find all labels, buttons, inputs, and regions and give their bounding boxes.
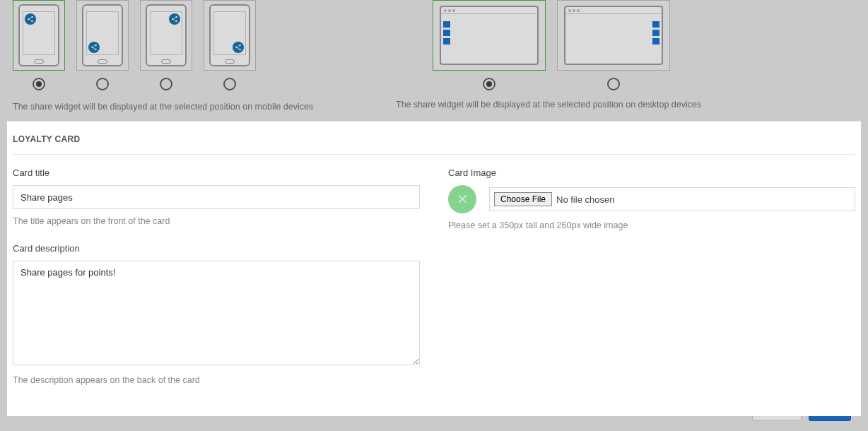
card-title-label: Card title bbox=[13, 167, 420, 178]
share-icon bbox=[25, 13, 36, 25]
share-icon bbox=[88, 42, 100, 53]
mobile-option-bottom-left[interactable] bbox=[76, 0, 129, 98]
desktop-position-options bbox=[433, 0, 670, 98]
svg-point-0 bbox=[31, 16, 33, 18]
section-title: LOYALTY CARD bbox=[13, 134, 855, 155]
svg-point-1 bbox=[28, 18, 30, 20]
svg-point-8 bbox=[175, 20, 177, 23]
file-status-text: No file chosen bbox=[556, 194, 614, 205]
desktop-position-hint: The share widget will be displayed at th… bbox=[396, 95, 868, 121]
svg-point-10 bbox=[235, 47, 237, 49]
mobile-position-options bbox=[13, 0, 256, 98]
share-icon bbox=[233, 42, 244, 53]
radio-selected[interactable] bbox=[483, 78, 495, 90]
svg-point-6 bbox=[175, 16, 177, 18]
radio[interactable] bbox=[607, 78, 620, 90]
card-image-hint: Please set a 350px tall and 260px wide i… bbox=[448, 220, 855, 230]
x-icon: ✕ bbox=[457, 192, 469, 206]
svg-point-5 bbox=[95, 49, 97, 51]
desktop-option-right[interactable] bbox=[557, 0, 670, 98]
mobile-option-top-right[interactable] bbox=[140, 0, 192, 98]
radio[interactable] bbox=[223, 78, 236, 90]
card-title-input[interactable] bbox=[13, 185, 420, 209]
card-image-label: Card Image bbox=[448, 167, 855, 178]
loyalty-card-panel: LOYALTY CARD Card title The title appear… bbox=[7, 121, 861, 416]
svg-point-3 bbox=[95, 45, 97, 47]
radio-selected[interactable] bbox=[33, 78, 45, 90]
radio[interactable] bbox=[160, 78, 172, 90]
svg-point-11 bbox=[239, 49, 241, 51]
card-image-preview: ✕ bbox=[448, 185, 476, 213]
share-icon bbox=[169, 13, 180, 25]
card-image-file-input[interactable]: Choose File No file chosen bbox=[489, 187, 855, 211]
share-position-section bbox=[0, 0, 868, 98]
mobile-option-bottom-right[interactable] bbox=[204, 0, 256, 98]
card-description-textarea[interactable] bbox=[13, 261, 420, 365]
card-title-hint: The title appears on the front of the ca… bbox=[13, 216, 420, 226]
svg-point-4 bbox=[91, 47, 93, 49]
svg-point-7 bbox=[172, 18, 174, 20]
mobile-option-top-left[interactable] bbox=[13, 0, 65, 98]
card-description-hint: The description appears on the back of t… bbox=[13, 375, 420, 385]
desktop-option-left[interactable] bbox=[433, 0, 546, 98]
svg-point-9 bbox=[239, 45, 241, 47]
card-description-label: Card description bbox=[13, 243, 420, 254]
svg-point-2 bbox=[31, 20, 33, 23]
choose-file-button[interactable]: Choose File bbox=[494, 192, 552, 206]
radio[interactable] bbox=[96, 78, 109, 90]
